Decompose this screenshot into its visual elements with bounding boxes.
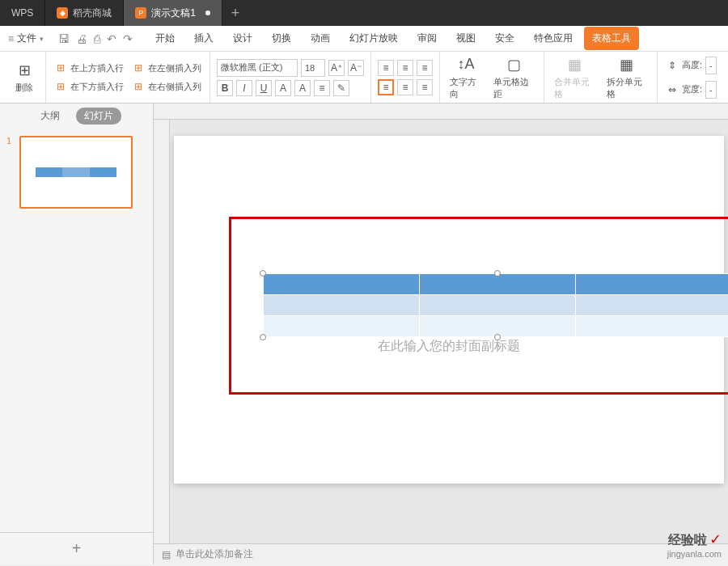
underline-button[interactable]: U bbox=[256, 80, 272, 96]
align-left-icon[interactable]: ≡ bbox=[378, 79, 394, 95]
menubar: ≡ 文件 ▾ 🖫 🖨 ⎙ ↶ ↷ 开始 插入 设计 切换 动画 幻灯片放映 审阅… bbox=[0, 26, 728, 52]
table-row bbox=[264, 274, 729, 295]
menu-design[interactable]: 设计 bbox=[225, 27, 260, 50]
tab-store[interactable]: ◆ 稻壳商城 bbox=[45, 0, 124, 26]
insert-row-above[interactable]: ⊞ 在上方插入行 bbox=[53, 61, 125, 76]
italic-button[interactable]: I bbox=[236, 80, 252, 96]
doc-label: 演示文稿1 bbox=[151, 6, 196, 20]
redo-icon[interactable]: ↷ bbox=[123, 32, 133, 45]
width-icon: ⇔ bbox=[666, 84, 679, 95]
insert-above-icon: ⊞ bbox=[54, 62, 67, 74]
menu-features[interactable]: 特色应用 bbox=[526, 27, 581, 50]
horizontal-ruler bbox=[154, 103, 728, 120]
menu-transition[interactable]: 切换 bbox=[264, 27, 299, 50]
insert-below-icon: ⊞ bbox=[54, 81, 67, 92]
merge-cells-button[interactable]: ▦ 合并单元格 bbox=[551, 53, 598, 102]
menu-insert[interactable]: 插入 bbox=[186, 27, 222, 50]
cell-margin-button[interactable]: ▢ 单元格边距 bbox=[490, 53, 537, 102]
print-icon[interactable]: 🖨 bbox=[76, 32, 87, 45]
save-icon[interactable]: 🖫 bbox=[58, 32, 70, 45]
insert-left-icon: ⊞ bbox=[132, 62, 145, 74]
slide-number: 1 bbox=[6, 136, 15, 209]
notes-icon: ▤ bbox=[162, 549, 171, 560]
unsaved-dot-icon bbox=[205, 11, 210, 15]
outline-tab[interactable]: 大纲 bbox=[32, 108, 68, 125]
menu-table-tools[interactable]: 表格工具 bbox=[584, 27, 639, 50]
table-row bbox=[264, 295, 729, 316]
add-slide-button[interactable]: + bbox=[0, 532, 153, 564]
font-increase-icon[interactable]: A⁺ bbox=[328, 60, 345, 76]
tab-document[interactable]: P 演示文稿1 bbox=[124, 0, 222, 26]
bold-button[interactable]: B bbox=[217, 80, 233, 96]
menu-tabs: 开始 插入 设计 切换 动画 幻灯片放映 审阅 视图 安全 特色应用 表格工具 bbox=[147, 27, 639, 50]
new-tab-button[interactable]: + bbox=[222, 5, 248, 22]
preview-icon[interactable]: ⎙ bbox=[94, 32, 100, 45]
file-label: 文件 bbox=[17, 32, 36, 45]
col-width[interactable]: ⇔ 宽度: - bbox=[664, 79, 718, 100]
text-direction-button[interactable]: ↕A 文字方向 bbox=[447, 53, 485, 102]
slides-tab[interactable]: 幻灯片 bbox=[76, 108, 121, 125]
table-object[interactable] bbox=[263, 273, 728, 337]
notes-placeholder: 单击此处添加备注 bbox=[176, 547, 253, 561]
slide-area: 在此输入您的封面副标题 ▤ 单击此处添加备注 bbox=[154, 103, 728, 564]
quick-access-toolbar: 🖫 🖨 ⎙ ↶ ↷ bbox=[52, 32, 139, 45]
vertical-ruler bbox=[154, 120, 170, 543]
split-cells-button[interactable]: ▦ 拆分单元格 bbox=[603, 53, 650, 102]
row-height[interactable]: ⇕ 高度: - bbox=[664, 55, 718, 76]
split-icon: ▦ bbox=[616, 55, 638, 74]
height-icon: ⇕ bbox=[666, 60, 679, 71]
clear-format-icon[interactable]: ✎ bbox=[333, 80, 349, 96]
insert-col-left[interactable]: ⊞ 在左侧插入列 bbox=[130, 61, 203, 76]
titlebar: WPS ◆ 稻壳商城 P 演示文稿1 + bbox=[0, 0, 728, 26]
align-bottom-icon[interactable]: ≡ bbox=[417, 60, 433, 76]
line-spacing-icon[interactable]: ≡ bbox=[314, 80, 330, 96]
menu-home[interactable]: 开始 bbox=[147, 27, 183, 50]
slide-thumbnail-1[interactable]: 1 bbox=[6, 136, 146, 209]
store-icon: ◆ bbox=[57, 7, 68, 19]
thumbnail-list: 1 bbox=[0, 128, 153, 532]
font-color-button[interactable]: A bbox=[275, 80, 291, 96]
store-label: 稻壳商城 bbox=[73, 6, 112, 20]
tab-wps[interactable]: WPS bbox=[0, 0, 45, 26]
insert-col-right[interactable]: ⊞ 在右侧插入列 bbox=[130, 79, 203, 95]
content-area: 大纲 幻灯片 1 + bbox=[0, 103, 728, 564]
thumbnail-preview bbox=[19, 136, 133, 209]
insert-row-below[interactable]: ⊞ 在下方插入行 bbox=[53, 79, 125, 95]
menu-slideshow[interactable]: 幻灯片放映 bbox=[341, 27, 406, 50]
align-center-icon[interactable]: ≡ bbox=[397, 79, 413, 95]
slide-panel: 大纲 幻灯片 1 + bbox=[0, 103, 154, 564]
slide[interactable]: 在此输入您的封面副标题 bbox=[174, 136, 724, 484]
ribbon: ⊞ 删除 ⊞ 在上方插入行 ⊞ 在下方插入行 ⊞ 在左侧插入列 ⊞ 在右侧插入列 bbox=[0, 52, 728, 103]
menu-animation[interactable]: 动画 bbox=[303, 27, 338, 50]
menu-view[interactable]: 视图 bbox=[448, 27, 484, 50]
resize-handle[interactable] bbox=[260, 270, 266, 277]
delete-button[interactable]: ⊞ 删除 bbox=[10, 59, 39, 95]
insert-right-icon: ⊞ bbox=[132, 81, 145, 92]
slide-canvas[interactable]: 在此输入您的封面副标题 bbox=[170, 120, 728, 543]
panel-tabs: 大纲 幻灯片 bbox=[0, 103, 153, 128]
undo-icon[interactable]: ↶ bbox=[107, 32, 116, 45]
table[interactable] bbox=[263, 273, 728, 337]
highlight-button[interactable]: A bbox=[294, 80, 311, 96]
cell-margin-icon: ▢ bbox=[502, 55, 525, 74]
file-menu[interactable]: ≡ 文件 ▾ bbox=[0, 32, 52, 45]
merge-icon: ▦ bbox=[564, 55, 586, 74]
font-decrease-icon[interactable]: A⁻ bbox=[348, 60, 364, 76]
resize-handle[interactable] bbox=[260, 334, 266, 340]
table-delete-icon: ⊞ bbox=[13, 61, 36, 80]
resize-handle[interactable] bbox=[494, 270, 501, 277]
subtitle-placeholder[interactable]: 在此输入您的封面副标题 bbox=[378, 338, 520, 355]
menu-security[interactable]: 安全 bbox=[487, 27, 523, 50]
font-size-select[interactable]: 18 bbox=[301, 59, 325, 77]
presentation-icon: P bbox=[135, 7, 146, 19]
notes-pane[interactable]: ▤ 单击此处添加备注 bbox=[154, 543, 728, 564]
menu-review[interactable]: 审阅 bbox=[409, 27, 445, 50]
align-right-icon[interactable]: ≡ bbox=[417, 79, 433, 95]
align-top-icon[interactable]: ≡ bbox=[378, 60, 394, 76]
wps-label: WPS bbox=[11, 7, 33, 19]
font-name-select[interactable]: 微软雅黑 (正文) bbox=[217, 59, 298, 77]
align-middle-icon[interactable]: ≡ bbox=[397, 60, 413, 76]
text-direction-icon: ↕A bbox=[455, 55, 477, 74]
watermark: 经验啦 ✓ jingyanla.com bbox=[667, 531, 722, 560]
